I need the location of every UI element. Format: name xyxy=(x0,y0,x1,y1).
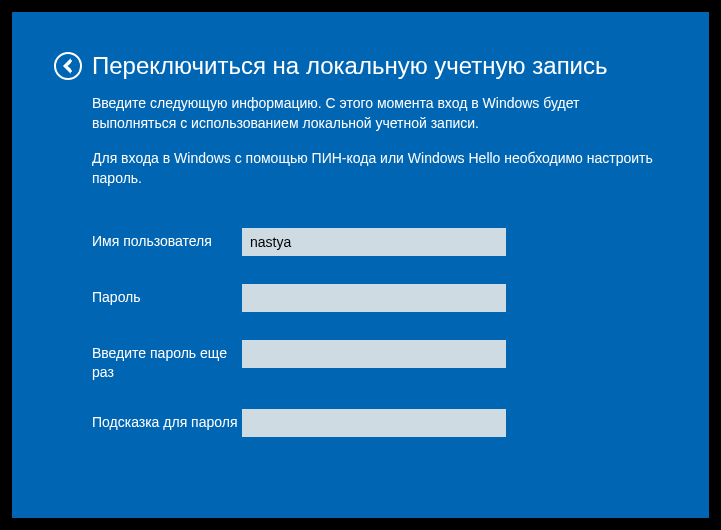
password-row: Пароль xyxy=(92,284,667,312)
password-confirm-input[interactable] xyxy=(242,340,506,368)
username-row: Имя пользователя xyxy=(92,228,667,256)
hint-label: Подсказка для пароля xyxy=(92,409,242,431)
back-button[interactable] xyxy=(54,52,82,80)
password-confirm-row: Введите пароль еще раз xyxy=(92,340,667,380)
hint-input[interactable] xyxy=(242,409,506,437)
description-text: Введите следующую информацию. С этого мо… xyxy=(92,94,667,133)
username-input[interactable] xyxy=(242,228,506,256)
hint-row: Подсказка для пароля xyxy=(92,409,667,437)
arrow-left-icon xyxy=(60,58,76,74)
username-label: Имя пользователя xyxy=(92,228,242,250)
dialog-header: Переключиться на локальную учетную запис… xyxy=(54,52,667,80)
account-form: Имя пользователя Пароль Введите пароль е… xyxy=(92,228,667,436)
page-title: Переключиться на локальную учетную запис… xyxy=(92,52,608,80)
password-label: Пароль xyxy=(92,284,242,306)
password-confirm-label: Введите пароль еще раз xyxy=(92,340,242,380)
password-input[interactable] xyxy=(242,284,506,312)
note-text: Для входа в Windows с помощью ПИН-кода и… xyxy=(92,149,667,188)
local-account-dialog: Переключиться на локальную учетную запис… xyxy=(12,12,709,518)
